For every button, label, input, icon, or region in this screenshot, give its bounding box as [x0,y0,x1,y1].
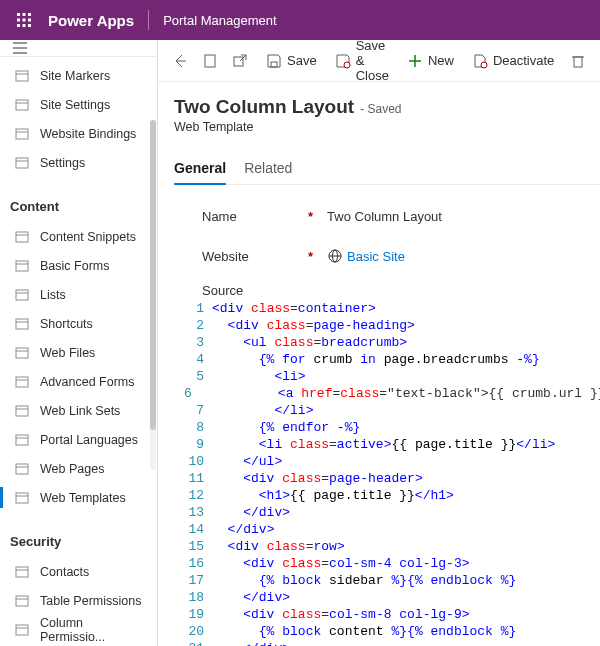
code-text: <div class=page-header> [212,470,423,487]
required-indicator: * [308,209,313,224]
nav-section-security: Security [0,522,157,553]
nav-scrollbar[interactable] [150,120,156,470]
svg-rect-48 [234,57,243,66]
deactivate-button[interactable]: Deactivate [464,45,562,77]
globe-icon [327,248,343,264]
nav-item-label: Portal Languages [40,433,138,447]
website-value[interactable]: Basic Site [347,249,405,264]
nav-item-advanced-forms[interactable]: Advanced Forms [0,367,157,396]
deactivate-icon [472,53,488,69]
site-map: Site MarkersSite SettingsWebsite Binding… [0,40,158,646]
code-line[interactable]: 15 <div class=row> [184,538,600,555]
svg-rect-26 [16,319,28,329]
code-text: {% endfor -%} [212,419,360,436]
line-number: 7 [184,402,212,419]
svg-rect-22 [16,261,28,271]
nav-item-basic-forms[interactable]: Basic Forms [0,251,157,280]
field-name: Name * Two Column Layout [202,203,590,229]
code-text: <div class=page-heading> [212,317,415,334]
nav-item-portal-languages[interactable]: Portal Languages [0,425,157,454]
code-text: </div> [212,521,274,538]
nav-item-website-bindings[interactable]: Website Bindings [0,119,157,148]
trash-icon [570,53,586,69]
nav-item-column-permissio-[interactable]: Column Permissio... [0,615,157,644]
nav-item-web-files[interactable]: Web Files [0,338,157,367]
code-line[interactable]: 17 {% block sidebar %}{% endblock %} [184,572,600,589]
code-line[interactable]: 14 </div> [184,521,600,538]
nav-item-content-snippets[interactable]: Content Snippets [0,222,157,251]
code-text: </div> [212,640,290,646]
header-divider [148,10,149,30]
code-text: </li> [212,402,313,419]
nav-collapse-button[interactable] [0,40,157,57]
line-number: 10 [184,453,212,470]
code-line[interactable]: 1<div class=container> [184,300,600,317]
tab-general[interactable]: General [174,154,226,184]
code-line[interactable]: 9 <li class=active>{{ page.title }}</li> [184,436,600,453]
svg-rect-36 [16,464,28,474]
nav-item-site-settings[interactable]: Site Settings [0,90,157,119]
code-line[interactable]: 8 {% endfor -%} [184,419,600,436]
code-line[interactable]: 7 </li> [184,402,600,419]
nav-item-lists[interactable]: Lists [0,280,157,309]
nav-item-web-link-sets[interactable]: Web Link Sets [0,396,157,425]
nav-item-icon [14,287,30,303]
save-close-button[interactable]: Save & Close [327,45,397,77]
name-label: Name [202,209,322,224]
code-line[interactable]: 3 <ul class=breadcrumb> [184,334,600,351]
nav-item-contacts[interactable]: Contacts [0,557,157,586]
save-close-label: Save & Close [356,40,389,83]
svg-rect-44 [16,625,28,635]
svg-rect-7 [23,24,26,27]
nav-item-web-pages[interactable]: Web Pages [0,454,157,483]
code-line[interactable]: 12 <h1>{{ page.title }}</h1> [184,487,600,504]
nav-item-label: Site Settings [40,98,110,112]
svg-rect-1 [23,13,26,16]
code-text: <div class=container> [212,300,376,317]
name-value[interactable]: Two Column Layout [327,209,442,224]
code-line[interactable]: 20 {% block content %}{% endblock %} [184,623,600,640]
code-line[interactable]: 19 <div class=col-sm-8 col-lg-9> [184,606,600,623]
portal-name[interactable]: Portal Management [163,13,276,28]
nav-item-web-templates[interactable]: Web Templates [0,483,157,512]
code-text: </ul> [212,453,282,470]
nav-item-icon [14,490,30,506]
nav-item-shortcuts[interactable]: Shortcuts [0,309,157,338]
tab-related[interactable]: Related [244,154,292,184]
line-number: 11 [184,470,212,487]
code-line[interactable]: 5 <li> [184,368,600,385]
svg-rect-34 [16,435,28,445]
back-button[interactable] [166,45,194,77]
code-line[interactable]: 21 </div> [184,640,600,646]
new-button[interactable]: New [399,45,462,77]
save-button[interactable]: Save [258,45,325,77]
nav-item-settings[interactable]: Settings [0,148,157,177]
code-line[interactable]: 18 </div> [184,589,600,606]
nav-item-icon [14,403,30,419]
line-number: 18 [184,589,212,606]
code-line[interactable]: 13 </div> [184,504,600,521]
open-new-window-button[interactable] [226,45,254,77]
source-label: Source [202,283,600,298]
show-chart-button[interactable] [196,45,224,77]
code-line[interactable]: 4 {% for crumb in page.breadcrumbs -%} [184,351,600,368]
app-name[interactable]: Power Apps [48,12,134,29]
nav-item-table-permissions[interactable]: Table Permissions [0,586,157,615]
app-launcher-icon[interactable] [8,4,40,36]
code-line[interactable]: 16 <div class=col-sm-4 col-lg-3> [184,555,600,572]
nav-item-site-markers[interactable]: Site Markers [0,61,157,90]
source-editor[interactable]: 1<div class=container>2 <div class=page-… [184,300,600,646]
line-number: 9 [184,436,212,453]
code-line[interactable]: 10 </ul> [184,453,600,470]
nav-item-label: Settings [40,156,85,170]
nav-section-content: Content [0,187,157,218]
svg-point-51 [344,62,350,68]
code-line[interactable]: 11 <div class=page-header> [184,470,600,487]
code-line[interactable]: 6 <a href=class="text-black">{{ crumb.ur… [184,385,600,402]
nav-item-icon [14,432,30,448]
nav-item-icon [14,622,30,638]
save-close-icon [335,53,351,69]
delete-button[interactable] [564,45,592,77]
code-line[interactable]: 2 <div class=page-heading> [184,317,600,334]
code-text: <a href=class="text-black">{{ crumb.url … [200,385,600,402]
